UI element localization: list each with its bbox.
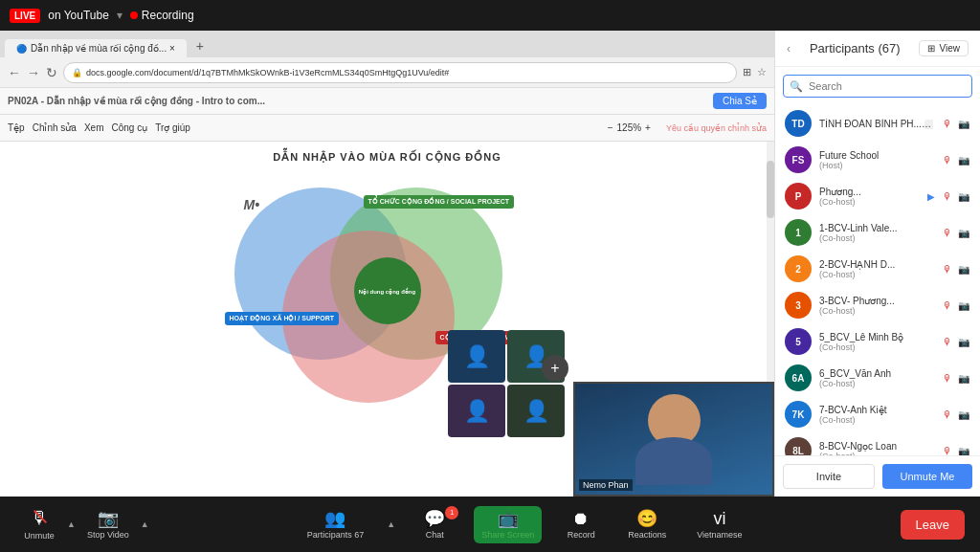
participant-name: TỈNH ĐOÀN BÌNH PH... me (819, 119, 933, 129)
venn-logo: M• (244, 197, 260, 212)
forward-btn[interactable]: → (27, 65, 40, 80)
participant-controls: 🎙📷 (941, 119, 970, 129)
participant-info: 3-BCV- Phương... (Co-host) (819, 296, 933, 316)
record-button[interactable]: ⏺ Record (557, 506, 605, 543)
participant-count: (67) (878, 41, 900, 55)
menu-tap[interactable]: Tệp (8, 122, 25, 133)
mic-icon: 🎙 (31, 508, 48, 528)
avatar: P (785, 183, 812, 210)
reactions-icon: 😊 (636, 510, 657, 527)
recording-label: Recording (142, 9, 194, 22)
participants-list: TD TỈNH ĐOÀN BÌNH PH... me 🎙📷 FS Future … (775, 105, 980, 455)
participant-info: Phương... (Co-host) (819, 187, 917, 207)
list-item[interactable]: 8L 8-BCV-Ngọc Loan (Co-host) 🎙📷 (775, 432, 980, 455)
participants-label: Participants (307, 530, 352, 540)
share-screen-button[interactable]: 📺 Share Screen (474, 506, 542, 543)
doc-scrollbar-thumb[interactable] (767, 161, 774, 218)
search-input[interactable] (783, 75, 972, 98)
menu-view[interactable]: Xem (84, 122, 104, 133)
camera-icon: 📷 (957, 264, 970, 275)
record-icon: ⏺ (572, 510, 590, 527)
avatar: 8L (785, 437, 812, 455)
share-doc-btn[interactable]: Chia Sẻ (713, 93, 767, 109)
mute-icon: 🎙 (941, 228, 954, 238)
list-item[interactable]: 1 1-BCV-Linh Vale... (Co-host) 🎙📷 (775, 214, 980, 251)
tab-label: Dẫn nhập về mùa rối cộng đồ... × (31, 43, 175, 54)
doc-title: PN02A - Dẫn nhập về mùa rối cộng đồng - … (8, 96, 265, 106)
menu-edit[interactable]: Chỉnh sửa (33, 122, 77, 133)
video-button[interactable]: 📷 Stop Video (79, 506, 137, 543)
list-item[interactable]: 7K 7-BCV-Anh Kiệt (Co-host) 🎙📷 (775, 396, 980, 432)
menu-help[interactable]: Trợ giúp (155, 122, 190, 133)
doc-menu: Tệp Chỉnh sửa Xem Công cụ Trợ giúp − 125… (0, 115, 774, 142)
participants-count: 67 (354, 530, 364, 540)
participant-info: 7-BCV-Anh Kiệt (Co-host) (819, 405, 933, 425)
participant-name: 5_BCV_Lê Minh Bộ (819, 332, 933, 342)
venn-label-green: TỔ CHỨC CỘNG ĐỒNG / SOCIAL PROJECT (364, 195, 515, 209)
camera-icon: 📷 (957, 446, 970, 456)
video-label: Stop Video (87, 530, 129, 540)
mute-icon: 🎙 (941, 300, 954, 311)
participant-role: (Co-host) (819, 379, 933, 388)
participant-info: 1-BCV-Linh Vale... (Co-host) (819, 223, 933, 243)
extensions-icon[interactable]: ⊞ (743, 66, 751, 78)
mute-button[interactable]: 🎙 Unmute (15, 504, 63, 544)
youtube-label: on YouTube (48, 9, 109, 22)
list-item[interactable]: P Phương... (Co-host) ▶🎙📷 (775, 178, 980, 214)
doc-toolbar: PN02A - Dẫn nhập về mùa rối cộng đồng - … (0, 88, 774, 115)
participant-info: 5_BCV_Lê Minh Bộ (Co-host) (819, 332, 933, 352)
venn-center: Nội dung cộng đồng (354, 257, 421, 324)
sidebar-title: Participants (67) (810, 41, 901, 55)
participants-icon: 👥 (324, 510, 345, 527)
mute-icon: 🎙 (941, 446, 954, 456)
video-icon: 📷 (98, 510, 119, 527)
vietnamese-button[interactable]: vi Vietnamese (689, 506, 749, 543)
participant-name: 6_BCV_Văn Anh (819, 368, 933, 379)
participant-info: Future School (Host) (819, 150, 933, 170)
list-item[interactable]: 3 3-BCV- Phương... (Co-host) 🎙📷 (775, 287, 980, 323)
browser-tab-active[interactable]: 🔵 Dẫn nhập về mùa rối cộng đồ... × (5, 39, 187, 57)
participant-info: 6_BCV_Văn Anh (Co-host) (819, 368, 933, 388)
conf-tile-1: 👤 (448, 330, 505, 383)
zoom-level: 125% (617, 122, 642, 133)
doc-heading: DẪN NHẬP VÀO MÙA RỐI CỘNG ĐỒNG (148, 151, 627, 164)
reactions-button[interactable]: 😊 Reactions (620, 506, 674, 543)
list-item[interactable]: 2 2-BCV-HẠNH D... (Co-host) 🎙📷 (775, 251, 980, 287)
mute-arrow[interactable]: ▲ (67, 519, 76, 529)
participants-arrow[interactable]: ▲ (387, 519, 395, 529)
video-arrow[interactable]: ▲ (141, 519, 149, 529)
new-tab-btn[interactable]: + (189, 34, 212, 57)
mute-icon: 🎙 (941, 337, 954, 347)
reload-btn[interactable]: ↻ (46, 65, 57, 80)
sidebar-footer: Invite Unmute Me (775, 455, 980, 497)
list-item[interactable]: 5 5_BCV_Lê Minh Bộ (Co-host) 🎙📷 (775, 323, 980, 360)
participant-role: (Co-host) (819, 233, 933, 243)
avatar: 2 (785, 255, 812, 282)
view-btn[interactable]: ⊞ View (919, 40, 969, 56)
participant-controls: ▶🎙📷 (924, 191, 970, 202)
add-tile-btn[interactable]: + (542, 355, 568, 382)
menu-tools[interactable]: Công cụ (111, 122, 147, 133)
leave-button[interactable]: Leave (901, 510, 965, 540)
invite-button[interactable]: Invite (783, 464, 875, 489)
participant-controls: 🎙📷 (941, 155, 970, 166)
unmute-me-button[interactable]: Unmute Me (882, 464, 972, 489)
back-btn[interactable]: ← (8, 65, 21, 80)
participants-panel: ‹ Participants (67) ⊞ View 🔍 TD TỈNH ĐOÀ… (774, 31, 980, 497)
conference-tiles-panel: 👤 👤 👤 👤 (444, 326, 568, 441)
toolbar-right: Leave (901, 510, 965, 540)
participant-info: 8-BCV-Ngọc Loan (Co-host) (819, 441, 933, 456)
list-item[interactable]: 6A 6_BCV_Văn Anh (Co-host) 🎙📷 (775, 360, 980, 396)
reactions-label: Reactions (628, 530, 666, 540)
participants-button[interactable]: 👥 Participants 67 (300, 506, 372, 543)
bookmark-icon[interactable]: ☆ (757, 66, 767, 78)
sidebar-chevron[interactable]: ‹ (787, 42, 791, 55)
camera-icon: 📷 (957, 409, 970, 420)
list-item[interactable]: FS Future School (Host) 🎙📷 (775, 142, 980, 178)
share-screen-icon: 📺 (498, 510, 519, 527)
address-bar[interactable]: 🔒 docs.google.com/document/d/1q7BTMhMkSk… (63, 62, 737, 83)
avatar: FS (785, 146, 812, 173)
address-text: docs.google.com/document/d/1q7BTMhMkSkOW… (86, 68, 449, 77)
list-item[interactable]: TD TỈNH ĐOÀN BÌNH PH... me 🎙📷 (775, 105, 980, 142)
request-access[interactable]: Yêu cầu quyền chỉnh sửa (666, 123, 767, 133)
